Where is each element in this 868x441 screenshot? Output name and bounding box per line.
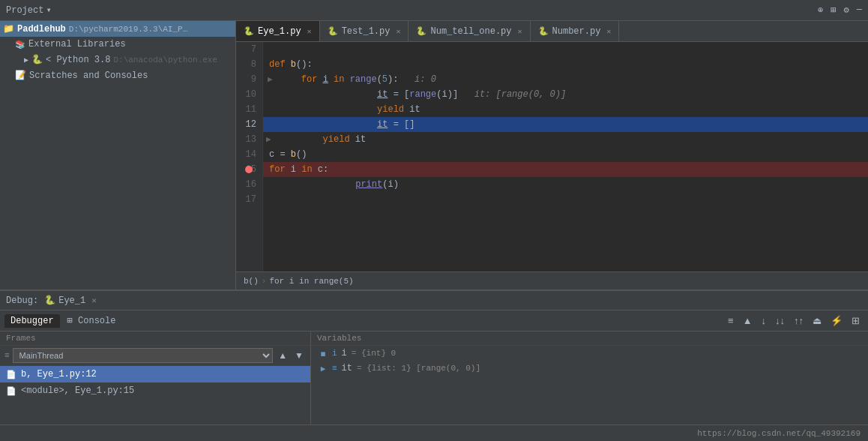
scratch-icon: 📝 [15,70,26,81]
ln-7: 7 [242,42,256,57]
debug-btn-menu[interactable]: ≡ [724,314,738,328]
project-dropdown-icon[interactable]: ▾ [46,4,51,16]
ln-8: 8 [242,57,256,72]
tab-number-close[interactable]: ✕ [606,27,611,36]
project-name: Paddlehub [17,24,66,34]
breadcrumb-bar: b() › for i in range(5) [236,272,868,290]
code-line-12: it = [] [263,117,868,132]
debug-btn-grid[interactable]: ⊞ [848,314,864,328]
ln-11: 11 [242,102,256,117]
variables-label: Variables [317,334,361,343]
eye1-file-icon: 🐍 [244,26,254,36]
code-content: 7 8 9 10 11 12 13 14 15 16 17 [236,42,868,272]
frame2-file-icon: 📄 [6,386,16,396]
numtellone-file-icon: 🐍 [416,26,427,36]
debug-btn-step-into[interactable]: ↓↓ [771,314,789,328]
frame1-label: b, Eye_1.py:12 [21,369,97,380]
tab-number-label: Number.py [552,26,601,37]
ln-13: 13 [242,132,256,147]
sidebar-item-external-libraries[interactable]: 📚 External Libraries [0,37,235,52]
tab-test1-close[interactable]: ✕ [396,27,400,36]
tab-test1[interactable]: 🐍 Test_1.py ✕ [320,21,409,41]
debug-btn-run-cursor[interactable]: ⏏ [809,314,825,328]
editor-area: 🐍 Eye_1.py ✕ 🐍 Test_1.py ✕ 🐍 Num_tell_on… [236,21,868,290]
tab-numtellone-label: Num_tell_one.py [430,26,511,37]
thread-nav-up[interactable]: ▲ [276,350,289,361]
debug-session-name: Eye_1 [58,296,85,306]
var-it-expand[interactable]: ▶ [319,364,328,374]
scratches-label: Scratches and Consoles [29,70,148,81]
console-icon: ⊞ [67,316,73,326]
code-line-8: def b(): [263,57,868,72]
project-row[interactable]: 📁 Paddlehub D:\pycharm2019.3.3\AI_Paddle… [0,21,235,37]
debug-btn-up[interactable]: ▲ [739,314,756,328]
sidebar-item-python[interactable]: ▶ 🐍 < Python 3.8 D:\anacoda\python.exe [0,52,235,68]
project-label[interactable]: Project ▾ [6,4,52,16]
frame-item-2[interactable]: 📄 <module>, Eye_1.py:15 [0,382,310,399]
top-bar-icons: ⊕ ⊞ ⚙ — [818,4,862,16]
ln-14: 14 [242,147,256,162]
tab-eye1-label: Eye_1.py [258,26,301,37]
code-line-7 [263,42,868,57]
frame2-label: <module>, Eye_1.py:15 [21,386,134,396]
test1-file-icon: 🐍 [328,26,338,36]
frame1-file-icon: 📄 [6,370,16,380]
thread-select[interactable]: MainThread [13,348,274,363]
tab-number[interactable]: 🐍 Number.py ✕ [531,21,620,41]
python-arrow-icon: ▶ [24,56,28,64]
code-line-16: print(i) [263,177,868,192]
var-item-i: ◼ i i = {int} 0 [311,346,868,361]
debug-session-icon: 🐍 [44,295,55,306]
python-version-label: < Python 3.8 [46,55,110,65]
python-path-label: D:\anacoda\python.exe [113,56,217,64]
tab-test1-label: Test_1.py [342,26,391,37]
var-it-name: it [342,363,352,374]
frames-panel: Frames ≡ MainThread ▲ ▼ 📄 b, Eye_1.py:12… [0,332,311,424]
layout-icon[interactable]: ⊞ [831,4,836,16]
debug-btn-eval[interactable]: ⚡ [827,314,846,328]
debug-label: Debug: [6,296,38,306]
ln-9: 9 [242,72,256,87]
code-line-13: ▶ yield it [263,132,868,147]
var-it-icon: ≡ [332,364,337,373]
project-path: D:\pycharm2019.3.3\AI_Paddle\Padd... [69,25,189,34]
breadcrumb-for: for i in range(5) [269,277,353,286]
variables-header: Variables [311,332,868,346]
number-file-icon: 🐍 [538,26,549,36]
external-libraries-label: External Libraries [28,39,126,50]
variables-panel: Variables ◼ i i = {int} 0 ▶ ≡ it = {list… [311,332,868,424]
status-url: https://blog.csdn.net/qq_49392169 [697,429,861,438]
thread-nav-down[interactable]: ▼ [292,350,306,361]
code-line-17 [263,192,868,207]
tab-numtellone[interactable]: 🐍 Num_tell_one.py ✕ [409,21,530,41]
minimize-icon[interactable]: — [857,4,862,16]
var-it-type: = {list: 1} [range(0, 0)] [357,364,480,373]
debug-session-close[interactable]: ✕ [91,296,97,305]
code-editor[interactable]: 7 8 9 10 11 12 13 14 15 16 17 [236,42,868,272]
folder-icon: 📁 [3,23,14,34]
settings-icon[interactable]: ⚙ [844,4,849,16]
tab-eye1-close[interactable]: ✕ [307,27,312,36]
add-icon[interactable]: ⊕ [818,4,823,16]
sidebar-item-scratches[interactable]: 📝 Scratches and Consoles [0,68,235,83]
debug-tab-console[interactable]: ⊞ Console [61,314,122,328]
debug-toolbar: Debugger ⊞ Console ≡ ▲ ↓ ↓↓ ↑↑ ⏏ ⚡ ⊞ [0,310,868,332]
sidebar: 📁 Paddlehub D:\pycharm2019.3.3\AI_Paddle… [0,21,236,290]
debug-panel: Debug: 🐍 Eye_1 ✕ Debugger ⊞ Console ≡ ▲ … [0,290,868,424]
debug-btn-step-out[interactable]: ↑↑ [790,314,807,328]
tab-bar: 🐍 Eye_1.py ✕ 🐍 Test_1.py ✕ 🐍 Num_tell_on… [236,21,868,42]
status-bar: https://blog.csdn.net/qq_49392169 [0,424,868,441]
frame-item-1[interactable]: 📄 b, Eye_1.py:12 [0,366,310,382]
debug-btn-step-over[interactable]: ↓ [758,314,771,328]
ln-10: 10 [242,87,256,102]
ln-16: 16 [242,177,256,192]
ln-12: 12 [242,117,256,132]
frames-label: Frames [6,334,36,343]
tab-eye1[interactable]: 🐍 Eye_1.py ✕ [236,21,320,41]
debug-session: 🐍 Eye_1 [44,295,85,306]
debug-tab-debugger[interactable]: Debugger [4,314,60,328]
var-item-it[interactable]: ▶ ≡ it = {list: 1} [range(0, 0)] [311,361,868,376]
frames-header: Frames [0,332,310,346]
tab-numtellone-close[interactable]: ✕ [518,27,522,36]
python-icon: 🐍 [31,54,43,65]
